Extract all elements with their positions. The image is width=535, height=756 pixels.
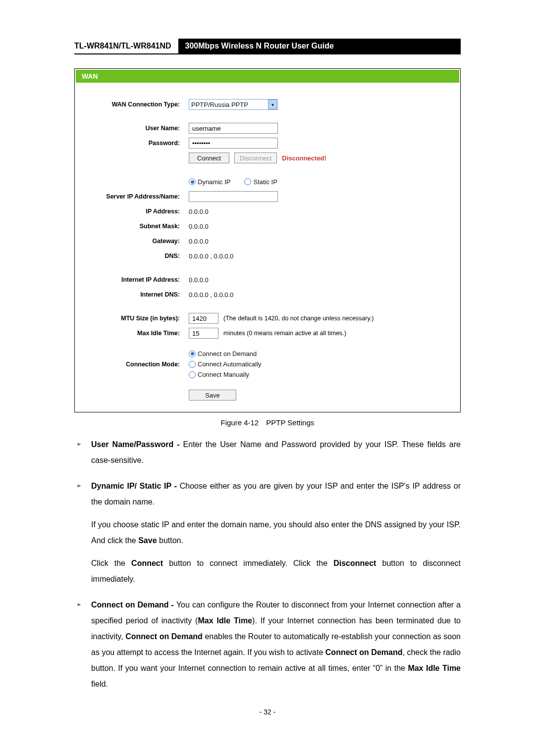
- mtu-hint: (The default is 1420, do not change unle…: [223, 315, 374, 322]
- ip-mode-dynamic-label: Dynamic IP: [198, 178, 230, 186]
- text-save: Save: [138, 536, 157, 545]
- label-gateway: Gateway:: [76, 238, 189, 245]
- ip-mode-static-label: Static IP: [253, 178, 277, 186]
- ip-mode-dynamic-radio[interactable]: Dynamic IP: [189, 178, 230, 186]
- subnet-mask-value: 0.0.0.0: [189, 223, 209, 230]
- list-item: User Name/Password - Enter the User Name…: [74, 437, 461, 468]
- header-title: 300Mbps Wireless N Router User Guide: [178, 39, 461, 53]
- list-item: Connect on Demand - You can configure th…: [74, 597, 461, 692]
- connection-status: Disconnected!: [282, 154, 326, 162]
- ip-mode-static-radio[interactable]: Static IP: [244, 178, 277, 186]
- label-max-idle: Max Idle Time:: [76, 330, 189, 337]
- user-name-input[interactable]: [189, 123, 278, 134]
- conn-mode-auto-radio[interactable]: Connect Automatically: [189, 360, 262, 368]
- wan-connection-type-value: PPTP/Russia PPTP: [191, 101, 248, 108]
- conn-mode-on-demand-radio[interactable]: Connect on Demand: [189, 350, 257, 357]
- bullet-heading: Connect on Demand -: [91, 601, 176, 609]
- bullet-paragraph: Click the Connect button to connect imme…: [91, 555, 461, 587]
- page-header: TL-WR841N/TL-WR841ND 300Mbps Wireless N …: [74, 39, 461, 54]
- server-ip-input[interactable]: [189, 191, 278, 202]
- save-button[interactable]: Save: [189, 390, 236, 401]
- wan-connection-type-dropdown[interactable]: PPTP/Russia PPTP ▾: [189, 99, 278, 110]
- radio-icon: [189, 371, 196, 378]
- dns-value: 0.0.0.0 , 0.0.0.0: [189, 252, 233, 260]
- text-run: button.: [157, 536, 183, 545]
- radio-icon: [189, 178, 196, 185]
- text-run: Click the: [91, 559, 131, 567]
- bullet-paragraph: If you choose static IP and enter the do…: [91, 517, 461, 549]
- text-run: button to connect immediately. Click the: [163, 559, 333, 567]
- text-disconnect: Disconnect: [333, 559, 376, 567]
- label-internet-ip: Internet IP Address:: [76, 276, 189, 283]
- text-max-idle-time: Max Idle Time: [198, 616, 252, 625]
- bullet-heading: User Name/Password -: [91, 440, 183, 449]
- label-ip-address: IP Address:: [76, 208, 189, 215]
- label-connection-mode: Connection Mode:: [76, 361, 189, 368]
- bullet-heading: Dynamic IP/ Static IP -: [91, 482, 180, 490]
- label-server-ip: Server IP Address/Name:: [76, 193, 189, 200]
- header-model: TL-WR841N/TL-WR841ND: [74, 39, 178, 53]
- panel-title: WAN: [76, 70, 459, 83]
- mtu-input[interactable]: [189, 313, 218, 324]
- max-idle-input[interactable]: [189, 328, 218, 339]
- internet-ip-value: 0.0.0.0: [189, 276, 209, 284]
- chevron-down-icon: ▾: [268, 100, 277, 109]
- text-connect-on-demand: Connect on Demand: [325, 648, 403, 656]
- gateway-value: 0.0.0.0: [189, 238, 209, 245]
- label-subnet-mask: Subnet Mask:: [76, 223, 189, 230]
- conn-mode-on-demand-label: Connect on Demand: [198, 350, 257, 357]
- internet-dns-value: 0.0.0.0 , 0.0.0.0: [189, 291, 233, 299]
- connect-button[interactable]: Connect: [189, 152, 229, 163]
- figure-caption: Figure 4-12 PPTP Settings: [74, 418, 461, 427]
- list-item: Dynamic IP/ Static IP - Choose either as…: [74, 478, 461, 587]
- label-internet-dns: Internet DNS:: [76, 291, 189, 298]
- text-max-idle-time: Max Idle Time: [408, 664, 461, 672]
- label-wan-connection-type: WAN Connection Type:: [76, 101, 189, 108]
- label-mtu: MTU Size (in bytes):: [76, 315, 189, 322]
- disconnect-button[interactable]: Disconnect: [234, 152, 277, 163]
- radio-icon: [189, 361, 196, 368]
- radio-icon: [189, 351, 196, 357]
- radio-icon: [244, 178, 251, 185]
- label-password: Password:: [76, 140, 189, 147]
- conn-mode-manual-radio[interactable]: Connect Manually: [189, 371, 249, 378]
- conn-mode-manual-label: Connect Manually: [198, 371, 249, 378]
- wan-panel: WAN WAN Connection Type: PPTP/Russia PPT…: [74, 68, 461, 412]
- ip-address-value: 0.0.0.0: [189, 208, 209, 215]
- conn-mode-auto-label: Connect Automatically: [198, 360, 262, 368]
- text-run: field.: [91, 680, 108, 688]
- body-text: User Name/Password - Enter the User Name…: [74, 437, 461, 692]
- page-number: - 32 -: [74, 708, 461, 716]
- password-input[interactable]: [189, 138, 278, 149]
- label-user-name: User Name:: [76, 125, 189, 132]
- text-connect-on-demand: Connect on Demand: [125, 632, 203, 641]
- label-dns: DNS:: [76, 252, 189, 259]
- max-idle-hint: minutes (0 means remain active at all ti…: [223, 330, 346, 337]
- text-connect: Connect: [131, 559, 163, 567]
